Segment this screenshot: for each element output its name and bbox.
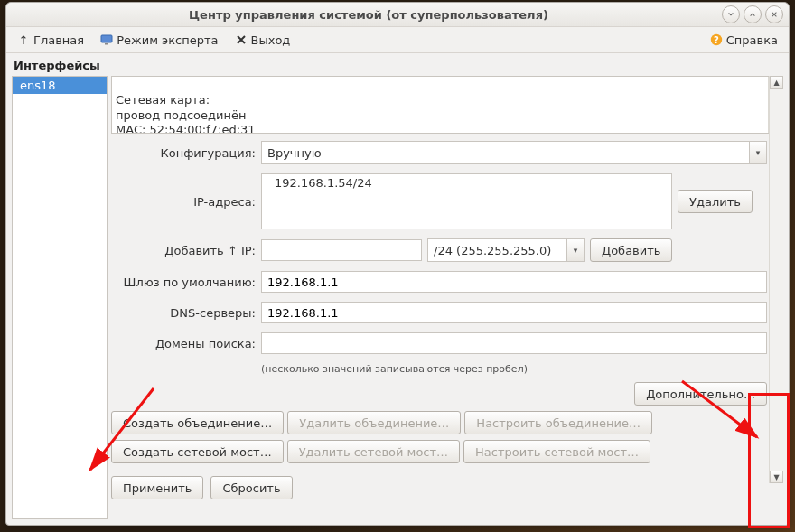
svg-text:?: ? — [714, 35, 719, 45]
config-label: Конфигурация: — [111, 146, 256, 160]
ips-label: IP-адреса: — [111, 195, 256, 209]
config-bridge-button: Настроить сетевой мост… — [463, 440, 650, 463]
app-window: Центр управления системой (от суперпольз… — [5, 2, 790, 526]
chevron-down-icon: ▾ — [749, 142, 766, 163]
nav-home-label: Главная — [33, 33, 84, 47]
interface-info: Сетевая карта: провод подсоединён MAC: 5… — [111, 76, 783, 134]
arrow-up-icon: ↑ — [17, 33, 30, 46]
close-button[interactable] — [765, 5, 783, 23]
netmask-select[interactable]: /24 (255.255.255.0) ▾ — [427, 238, 585, 262]
details-pane: Сетевая карта: провод подсоединён MAC: 5… — [111, 76, 783, 519]
delete-ip-button[interactable]: Удалить — [678, 190, 753, 213]
add-ip-input[interactable] — [261, 239, 422, 261]
pane-scrollbar[interactable]: ▲ ▼ — [769, 76, 783, 483]
scroll-down-icon[interactable]: ▼ — [770, 471, 783, 483]
search-domains-input[interactable] — [261, 332, 767, 354]
dns-label: DNS-серверы: — [111, 306, 256, 320]
section-title: Интерфейсы — [12, 57, 783, 76]
add-ip-label: Добавить ↑ IP: — [111, 244, 256, 257]
nav-expert[interactable]: Режим эксперта — [95, 32, 223, 49]
nav-home[interactable]: ↑ Главная — [12, 32, 89, 49]
svg-rect-1 — [105, 43, 108, 45]
close-icon — [235, 33, 248, 46]
delete-bond-button: Удалить объединение… — [287, 411, 461, 434]
scroll-up-icon[interactable]: ▲ — [770, 76, 783, 89]
ip-list[interactable]: 192.168.1.54/24 — [261, 173, 672, 229]
search-label: Домены поиска: — [111, 337, 256, 350]
advanced-button[interactable]: Дополнительно… — [634, 382, 767, 406]
gateway-input[interactable] — [261, 271, 767, 293]
config-mode-value: Вручную — [267, 146, 322, 160]
interface-info-text: Сетевая карта: провод подсоединён MAC: 5… — [116, 93, 256, 134]
dns-input[interactable] — [261, 302, 767, 323]
hint-text: (несколько значений записываются через п… — [261, 363, 767, 375]
nav-help[interactable]: ? Справка — [705, 32, 783, 49]
add-ip-button[interactable]: Добавить — [590, 238, 672, 262]
titlebar: Центр управления системой (от суперпольз… — [6, 3, 789, 27]
create-bond-button[interactable]: Создать объединение… — [111, 411, 284, 434]
gateway-label: Шлюз по умолчанию: — [111, 275, 256, 289]
nav-exit[interactable]: Выход — [229, 32, 296, 49]
delete-bridge-button: Удалить сетевой мост… — [287, 440, 460, 463]
netmask-value: /24 (255.255.255.0) — [434, 244, 551, 257]
apply-button[interactable]: Применить — [111, 476, 203, 499]
config-bond-button: Настроить объединение… — [464, 411, 652, 434]
interface-list[interactable]: ens18 — [12, 76, 108, 519]
reset-button[interactable]: Сбросить — [210, 476, 292, 499]
interface-item[interactable]: ens18 — [13, 77, 107, 94]
minimize-button[interactable] — [722, 5, 740, 23]
monitor-icon — [100, 33, 113, 46]
create-bridge-button[interactable]: Создать сетевой мост… — [111, 440, 284, 463]
ip-list-entry[interactable]: 192.168.1.54/24 — [275, 176, 659, 190]
config-mode-select[interactable]: Вручную ▾ — [261, 141, 767, 164]
toolbar: ↑ Главная Режим эксперта Выход ? Справка — [6, 27, 789, 53]
nav-expert-label: Режим эксперта — [117, 33, 218, 47]
maximize-button[interactable] — [744, 5, 762, 23]
chevron-down-icon: ▾ — [566, 239, 584, 261]
nav-help-label: Справка — [726, 33, 778, 47]
svg-rect-0 — [101, 35, 112, 42]
help-icon: ? — [710, 33, 723, 46]
window-title: Центр управления системой (от суперпольз… — [15, 8, 722, 22]
nav-exit-label: Выход — [251, 33, 291, 47]
